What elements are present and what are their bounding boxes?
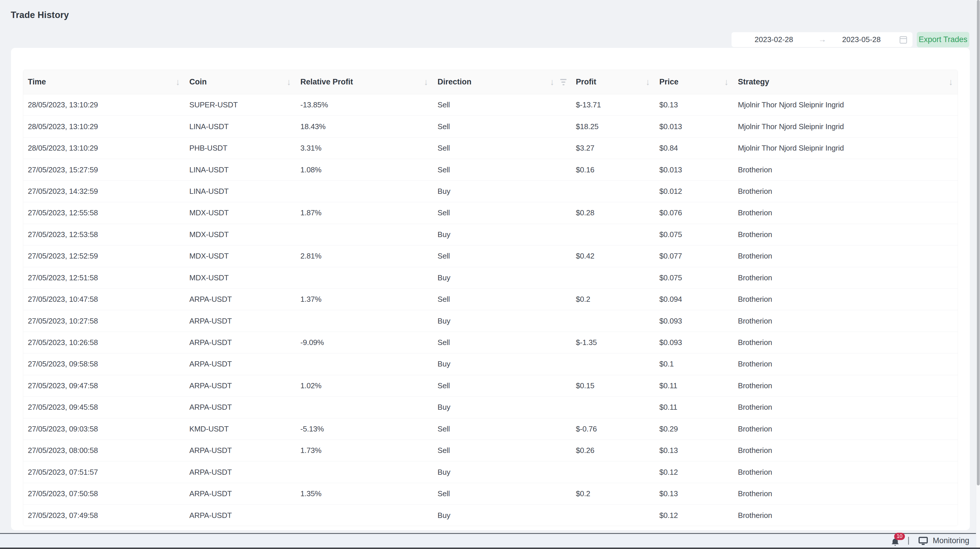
cell-coin: ARPA-USDT — [185, 461, 296, 482]
cell-coin: ARPA-USDT — [185, 504, 296, 526]
cell-direction: Sell — [433, 202, 571, 223]
cell-coin: ARPA-USDT — [185, 483, 296, 504]
cell-time: 27/05/2023, 09:58:58 — [23, 353, 185, 375]
table-row[interactable]: 27/05/2023, 15:27:59LINA-USDT1.08%Sell$0… — [23, 159, 958, 180]
column-label: Profit — [576, 77, 597, 86]
table-header-row: Time↓Coin↓Relative Profit↓Direction↓Prof… — [23, 70, 958, 94]
table-row[interactable]: 27/05/2023, 07:51:57ARPA-USDTBuy$0.12Bro… — [23, 461, 958, 483]
cell-coin: ARPA-USDT — [185, 397, 296, 418]
table-row[interactable]: 28/05/2023, 13:10:29LINA-USDT18.43%Sell$… — [23, 116, 958, 137]
monitor-icon[interactable] — [918, 536, 928, 545]
cell-price: $0.13 — [655, 483, 733, 504]
cell-direction: Buy — [433, 461, 571, 482]
cell-price: $0.076 — [655, 202, 733, 223]
cell-coin: MDX-USDT — [185, 202, 296, 223]
cell-time: 27/05/2023, 12:52:59 — [23, 246, 185, 267]
cell-price: $0.11 — [655, 375, 733, 396]
sort-icon[interactable]: ↓ — [949, 77, 953, 86]
table-row[interactable]: 27/05/2023, 12:53:58MDX-USDTBuy$0.075Bro… — [23, 224, 958, 246]
range-arrow-icon: → — [815, 35, 830, 44]
table-row[interactable]: 27/05/2023, 10:47:58ARPA-USDT1.37%Sell$0… — [23, 289, 958, 310]
monitoring-label[interactable]: Monitoring — [933, 536, 969, 545]
cell-profit: $0.26 — [571, 440, 655, 461]
date-range-picker[interactable]: 2023-02-28 → 2023-05-28 — [732, 32, 912, 47]
column-label: Coin — [189, 77, 207, 86]
cell-relative_profit: 3.31% — [296, 137, 433, 159]
cell-price: $0.84 — [655, 137, 733, 159]
cell-strategy: Brotherion — [733, 246, 958, 267]
column-header-relative_profit[interactable]: Relative Profit↓ — [296, 70, 433, 94]
status-bar: 10 Monitoring — [0, 533, 976, 547]
table-row[interactable]: 27/05/2023, 07:50:58ARPA-USDT1.35%Sell$0… — [23, 483, 958, 504]
export-trades-button[interactable]: Export Trades — [917, 32, 969, 47]
cell-profit: $0.15 — [571, 375, 655, 396]
table-row[interactable]: 27/05/2023, 07:49:58ARPA-USDTBuy$0.12Bro… — [23, 504, 958, 526]
date-end-input[interactable]: 2023-05-28 — [830, 35, 893, 44]
sort-icon[interactable]: ↓ — [550, 77, 555, 86]
sort-icon[interactable]: ↓ — [424, 77, 428, 86]
cell-coin: ARPA-USDT — [185, 332, 296, 353]
date-start-input[interactable]: 2023-02-28 — [733, 35, 815, 44]
table-row[interactable]: 27/05/2023, 09:45:58ARPA-USDTBuy$0.11Bro… — [23, 397, 958, 418]
column-header-price[interactable]: Price↓ — [655, 70, 733, 94]
filter-icon[interactable] — [560, 79, 566, 85]
sort-icon[interactable]: ↓ — [176, 77, 180, 86]
cell-strategy: Brotherion — [733, 181, 958, 202]
notifications-button[interactable]: 10 — [891, 535, 905, 546]
cell-time: 28/05/2023, 13:10:29 — [23, 94, 185, 115]
table-row[interactable]: 28/05/2023, 13:10:29PHB-USDT3.31%Sell$3.… — [23, 137, 958, 159]
cell-coin: ARPA-USDT — [185, 440, 296, 461]
cell-time: 27/05/2023, 09:45:58 — [23, 397, 185, 418]
cell-strategy: Brotherion — [733, 353, 958, 375]
table-row[interactable]: 27/05/2023, 09:58:58ARPA-USDTBuy$0.1Brot… — [23, 353, 958, 375]
vertical-scrollbar[interactable] — [976, 0, 980, 547]
table-row[interactable]: 27/05/2023, 12:55:58MDX-USDT1.87%Sell$0.… — [23, 202, 958, 224]
table-row[interactable]: 27/05/2023, 10:26:58ARPA-USDT-9.09%Sell$… — [23, 332, 958, 353]
cell-strategy: Brotherion — [733, 440, 958, 461]
cell-relative_profit: -5.13% — [296, 418, 433, 440]
cell-price: $0.13 — [655, 440, 733, 461]
cell-coin: PHB-USDT — [185, 137, 296, 159]
cell-price: $0.12 — [655, 504, 733, 526]
cell-coin: LINA-USDT — [185, 159, 296, 180]
table-row[interactable]: 27/05/2023, 14:32:59LINA-USDTBuy$0.012Br… — [23, 181, 958, 202]
table-row[interactable]: 27/05/2023, 09:03:58KMD-USDT-5.13%Sell$-… — [23, 418, 958, 440]
page-title: Trade History — [11, 10, 69, 20]
cell-profit: $0.42 — [571, 246, 655, 267]
cell-profit: $3.27 — [571, 137, 655, 159]
calendar-icon — [899, 35, 907, 44]
cell-time: 27/05/2023, 09:03:58 — [23, 418, 185, 440]
table-row[interactable]: 28/05/2023, 13:10:29SUPER-USDT-13.85%Sel… — [23, 94, 958, 116]
table-row[interactable]: 27/05/2023, 09:47:58ARPA-USDT1.02%Sell$0… — [23, 375, 958, 397]
statusbar-separator — [908, 537, 909, 545]
cell-time: 27/05/2023, 12:51:58 — [23, 267, 185, 289]
cell-price: $0.29 — [655, 418, 733, 440]
cell-strategy: Brotherion — [733, 159, 958, 180]
cell-strategy: Brotherion — [733, 224, 958, 245]
window-bottom-edge — [0, 547, 980, 549]
table-row[interactable]: 27/05/2023, 08:00:58ARPA-USDT1.73%Sell$0… — [23, 440, 958, 461]
cell-time: 27/05/2023, 10:47:58 — [23, 289, 185, 310]
cell-price: $0.012 — [655, 181, 733, 202]
cell-coin: ARPA-USDT — [185, 289, 296, 310]
cell-strategy: Brotherion — [733, 310, 958, 331]
table-row[interactable]: 27/05/2023, 12:52:59MDX-USDT2.81%Sell$0.… — [23, 246, 958, 267]
cell-price: $0.13 — [655, 94, 733, 115]
sort-icon[interactable]: ↓ — [646, 77, 650, 86]
cell-price: $0.093 — [655, 332, 733, 353]
column-header-strategy[interactable]: Strategy↓ — [733, 70, 958, 94]
trade-history-table: Time↓Coin↓Relative Profit↓Direction↓Prof… — [23, 70, 958, 526]
column-header-time[interactable]: Time↓ — [23, 70, 185, 94]
column-label: Strategy — [738, 77, 769, 86]
sort-icon[interactable]: ↓ — [724, 77, 729, 86]
table-row[interactable]: 27/05/2023, 12:51:58MDX-USDTBuy$0.075Bro… — [23, 267, 958, 289]
table-row[interactable]: 27/05/2023, 10:27:58ARPA-USDTBuy$0.093Br… — [23, 310, 958, 332]
cell-relative_profit: 1.35% — [296, 483, 433, 504]
column-header-coin[interactable]: Coin↓ — [185, 70, 296, 94]
cell-direction: Sell — [433, 246, 571, 267]
sort-icon[interactable]: ↓ — [287, 77, 291, 86]
scrollbar-thumb[interactable] — [977, 0, 980, 485]
cell-coin: MDX-USDT — [185, 246, 296, 267]
column-header-direction[interactable]: Direction↓ — [433, 70, 571, 94]
column-header-profit[interactable]: Profit↓ — [571, 70, 655, 94]
